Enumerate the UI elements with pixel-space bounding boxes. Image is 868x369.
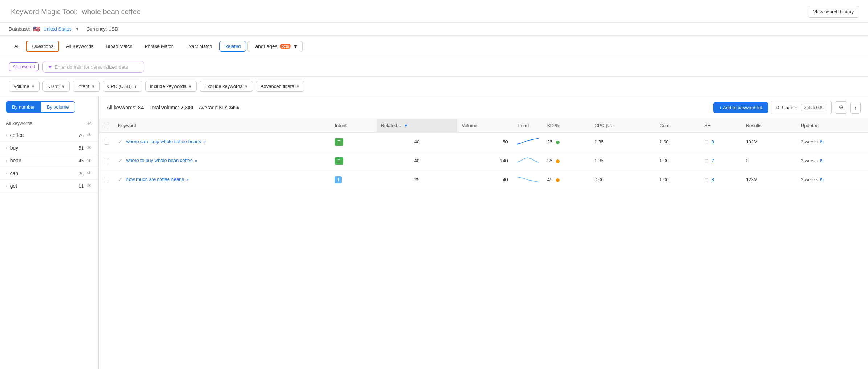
row2-sf-icon: ▢ [704,158,709,163]
sidebar-label-can: can [10,170,79,176]
row2-sf-cell: ▢ 7 [700,151,741,170]
toggle-by-number[interactable]: By number [6,101,41,113]
update-button[interactable]: ↺ Update 355/5,000 [771,101,831,114]
related-sort-icon[interactable]: ▼ [404,123,408,128]
row2-kd-value: 36 [547,158,552,163]
row3-com-cell: 1.00 [655,170,700,189]
row2-intent-cell: T [330,151,376,170]
row1-sf-value[interactable]: 8 [712,139,714,145]
col-sf: SF [700,119,741,132]
row3-keyword-link[interactable]: how much are coffee beans » [126,176,189,183]
table-wrapper: Keyword Intent Related... ▼ Volume Trend… [99,119,868,369]
row3-kd-cell: 46 [543,170,590,189]
row2-updated-cell: 3 weeks ↻ [797,151,868,170]
col-checkbox [99,119,114,132]
row2-arrows: » [195,158,197,163]
update-icon: ↺ [776,105,780,110]
sidebar-count-can: 26 [79,171,84,176]
row3-sf-value[interactable]: 8 [712,177,714,182]
sidebar-item-coffee[interactable]: › coffee 76 👁 [0,129,98,142]
filter-include-keywords[interactable]: Include keywords ▼ [145,81,197,92]
row3-related-cell: 25 [377,170,458,189]
tab-exact-match[interactable]: Exact Match [181,41,218,52]
filter-kd-arrow: ▼ [61,84,65,89]
add-to-keyword-list-button[interactable]: + Add to keyword list [713,102,769,113]
right-panel: All keywords: 84 Total volume: 7,300 Ave… [99,96,868,369]
row3-trend-cell [512,170,543,189]
row3-checkbox-cell [99,170,114,189]
tab-all[interactable]: All [9,41,25,52]
eye-icon-get[interactable]: 👁 [87,183,92,189]
row2-results-cell: 0 [741,151,796,170]
row2-checkbox[interactable] [104,158,109,163]
row1-intent-badge: T [335,138,343,146]
select-all-checkbox[interactable] [104,123,109,128]
row2-sf-value[interactable]: 7 [712,158,714,163]
settings-button[interactable]: ⚙ [835,101,847,114]
view-history-button[interactable]: View search history [808,6,859,18]
filter-row: Volume ▼ KD % ▼ Intent ▼ CPC (USD) ▼ Inc… [0,77,868,96]
sidebar-item-get[interactable]: › get 11 👁 [0,180,98,192]
row1-check-icon: ✓ [118,139,123,145]
sidebar-item-can[interactable]: › can 26 👁 [0,167,98,180]
row1-updated-value: 3 weeks ↻ [801,139,864,145]
sidebar-item-buy[interactable]: › buy 51 👁 [0,142,98,154]
toggle-by-volume[interactable]: By volume [41,101,75,113]
sidebar-item-bean[interactable]: › bean 45 👁 [0,154,98,167]
filter-exclude-arrow: ▼ [244,84,248,89]
filter-volume[interactable]: Volume ▼ [9,81,40,92]
ai-bar: AI-powered ✦ Enter domain for personaliz… [0,57,868,77]
col-keyword: Keyword [114,119,330,132]
languages-label: Languages [252,44,277,49]
row3-refresh-icon[interactable]: ↻ [820,177,824,183]
search-query-label: whole bean coffee [82,8,141,16]
filter-cpc-label: CPC (USD) [107,84,132,89]
sparkle-icon: ✦ [48,64,52,70]
filter-volume-label: Volume [13,84,29,89]
row3-checkbox[interactable] [104,177,109,182]
tab-related[interactable]: Related [219,41,246,52]
eye-icon-coffee[interactable]: 👁 [87,132,92,138]
row2-refresh-icon[interactable]: ↻ [820,158,824,164]
filter-cpc[interactable]: CPC (USD) ▼ [103,81,142,92]
filter-advanced[interactable]: Advanced filters ▼ [256,81,304,92]
tab-phrase-match[interactable]: Phrase Match [139,41,179,52]
row3-intent-badge: I [335,176,341,183]
row2-keyword-link[interactable]: where to buy whole bean coffee » [126,157,197,164]
row3-kd-value: 46 [547,177,552,182]
row1-arrows: » [204,139,206,144]
stats-bar: All keywords: 84 Total volume: 7,300 Ave… [99,96,868,119]
page-wrapper: Keyword Magic Tool: whole bean coffee Vi… [0,0,868,369]
row1-kd-dot [556,141,560,144]
country-dropdown[interactable]: United States [43,26,71,32]
row2-intent-badge: T [335,157,343,165]
row1-refresh-icon[interactable]: ↻ [820,139,824,145]
filter-cpc-arrow: ▼ [134,84,138,89]
filter-intent[interactable]: Intent ▼ [73,81,99,92]
row2-kd-cell: 36 [543,151,590,170]
row1-keyword-link[interactable]: where can i buy whole coffee beans » [126,138,206,145]
export-button[interactable]: ↑ [850,102,861,114]
row2-trend-chart [517,156,539,165]
tab-all-keywords[interactable]: All Keywords [61,41,99,52]
sidebar-count-buy: 51 [79,145,84,151]
table-row: ✓ how much are coffee beans » I 25 40 [99,170,868,189]
eye-icon-buy[interactable]: 👁 [87,145,92,151]
row1-results-cell: 102M [741,132,796,151]
ai-domain-input[interactable]: ✦ Enter domain for personalized data [42,61,144,73]
tab-languages[interactable]: Languages beta ▼ [247,41,303,52]
country-dropdown-arrow[interactable]: ▼ [75,27,79,31]
row3-results-cell: 123M [741,170,796,189]
row2-checkbox-cell [99,151,114,170]
row3-kd-dot [556,178,560,182]
row3-updated-cell: 3 weeks ↻ [797,170,868,189]
filter-exclude-keywords[interactable]: Exclude keywords ▼ [200,81,253,92]
eye-icon-bean[interactable]: 👁 [87,158,92,163]
col-updated: Updated [797,119,868,132]
table-row: ✓ where can i buy whole coffee beans » T… [99,132,868,151]
eye-icon-can[interactable]: 👁 [87,170,92,176]
tab-broad-match[interactable]: Broad Match [100,41,138,52]
tab-questions[interactable]: Questions [26,41,59,52]
filter-kd[interactable]: KD % ▼ [42,81,70,92]
row1-checkbox[interactable] [104,139,109,145]
